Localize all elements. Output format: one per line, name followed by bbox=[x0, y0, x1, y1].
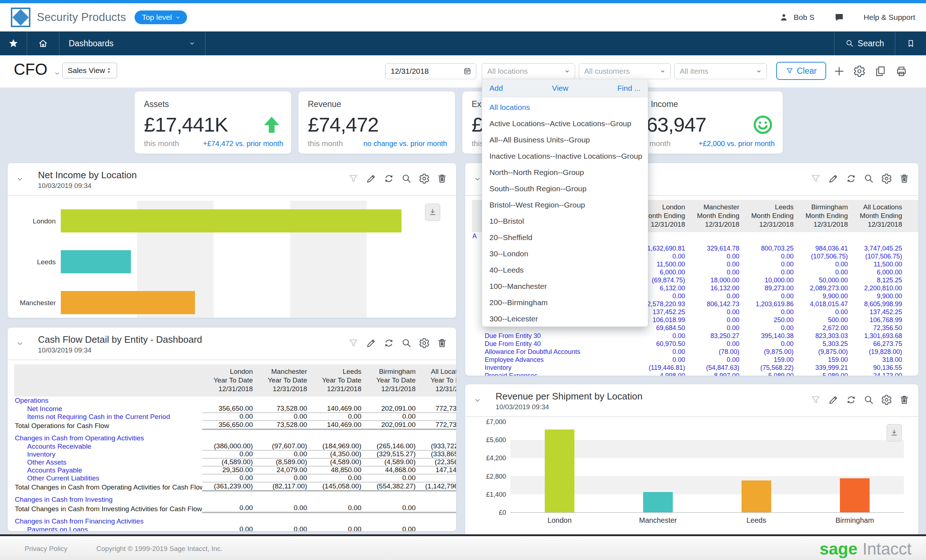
row-label[interactable]: Due From Entity 40 bbox=[472, 340, 634, 348]
row-label[interactable]: Allowance For Doubtful Accounts bbox=[472, 348, 634, 356]
collapse-chevron-icon[interactable] bbox=[473, 396, 482, 405]
refresh-icon[interactable] bbox=[845, 172, 857, 185]
location-option[interactable]: 300--Leicester bbox=[482, 311, 648, 327]
print-dashboard-button[interactable] bbox=[894, 64, 909, 78]
location-option[interactable]: Active Locations--Active Locations--Grou… bbox=[482, 115, 648, 131]
row-label[interactable]: Changes in Cash from Financing Activitie… bbox=[14, 517, 202, 525]
clear-filters-button[interactable]: Clear bbox=[776, 62, 826, 80]
kpi-tile-revenue[interactable]: Revenue £74,472 this month no change vs.… bbox=[298, 92, 455, 154]
cell-value[interactable]: 3,747,045.25 bbox=[852, 245, 906, 252]
dashboard-title-caret-icon[interactable] bbox=[53, 70, 61, 77]
add-widget-button[interactable] bbox=[832, 64, 846, 78]
location-option[interactable]: Bristol--West Region--Group bbox=[482, 197, 648, 213]
cell-value[interactable]: 318.00 bbox=[852, 356, 906, 364]
refresh-icon[interactable] bbox=[383, 172, 395, 185]
row-label[interactable]: Prepaid Expenses bbox=[472, 372, 634, 376]
collapse-chevron-icon[interactable] bbox=[473, 175, 482, 183]
delete-icon[interactable] bbox=[436, 337, 448, 349]
location-option[interactable]: All--All Business Units--Group bbox=[482, 131, 648, 148]
nav-menu-dashboards[interactable]: Dashboards bbox=[59, 32, 206, 55]
row-label[interactable]: Changes in Cash from Operating Activitie… bbox=[14, 434, 202, 442]
user-name[interactable]: Bob S bbox=[794, 13, 814, 22]
row-label[interactable]: Changes in Cash from Investing bbox=[14, 496, 202, 504]
edit-icon[interactable] bbox=[827, 394, 840, 406]
filter-icon[interactable] bbox=[347, 337, 360, 349]
top-level-entity-button[interactable]: Top level bbox=[135, 11, 187, 24]
cell-value[interactable]: (9,875.00) bbox=[797, 348, 852, 356]
cell-value[interactable]: 8,997.00 bbox=[689, 372, 743, 376]
row-label[interactable]: Due From Entity 30 bbox=[472, 332, 634, 340]
cell-value[interactable]: 60,970.50 bbox=[634, 340, 689, 348]
cell-value[interactable]: 329,614.78 bbox=[689, 245, 743, 252]
kpi-tile-net-income[interactable]: Net Income £63,947 this month +£2,000 vs… bbox=[626, 92, 783, 154]
cell-value[interactable]: 395,140.38 bbox=[743, 332, 797, 340]
cell-value[interactable]: 5,303.25 bbox=[797, 340, 852, 348]
cell-value[interactable]: 50,000.00 bbox=[797, 276, 852, 284]
cell-value[interactable]: 11,500.00 bbox=[852, 261, 906, 268]
cell-value[interactable]: 0.00 bbox=[743, 340, 797, 348]
bar-manchester[interactable] bbox=[643, 492, 673, 512]
cell-value[interactable]: 0.00 bbox=[797, 269, 852, 276]
cell-value[interactable]: 0.00 bbox=[689, 316, 743, 324]
cell-value[interactable]: (78.00) bbox=[689, 348, 743, 356]
cell-value[interactable]: (107,506.75) bbox=[852, 253, 906, 260]
help-support-link[interactable]: Help & Support bbox=[864, 13, 915, 22]
download-chart-button[interactable] bbox=[887, 424, 902, 441]
cell-value[interactable]: 0.00 bbox=[743, 253, 797, 260]
cell-value[interactable]: 106,768.99 bbox=[852, 316, 906, 324]
cell-value[interactable]: 89,273.00 bbox=[743, 285, 797, 292]
cell-value[interactable]: (54,847.63) bbox=[689, 364, 743, 372]
edit-icon[interactable] bbox=[365, 337, 377, 349]
location-option[interactable]: 20--Sheffield bbox=[482, 229, 648, 246]
home-button[interactable] bbox=[27, 32, 59, 55]
collapse-chevron-icon[interactable] bbox=[15, 339, 24, 348]
cell-value[interactable]: 5,089.00 bbox=[743, 372, 797, 376]
cell-value[interactable]: 18,000.00 bbox=[689, 276, 743, 284]
cell-value[interactable]: 339,999.21 bbox=[797, 364, 852, 372]
bar-london[interactable] bbox=[545, 430, 574, 512]
cell-value[interactable]: 1,203,619.86 bbox=[743, 300, 797, 308]
cell-value[interactable]: 0.00 bbox=[689, 340, 743, 348]
cell-value[interactable]: 4,998.00 bbox=[634, 372, 689, 376]
cell-value[interactable]: 16,132.00 bbox=[689, 285, 743, 292]
refresh-icon[interactable] bbox=[383, 337, 395, 349]
locations-filter-select[interactable]: All locations bbox=[482, 63, 575, 79]
settings-icon[interactable] bbox=[418, 172, 430, 185]
bar-leeds[interactable] bbox=[741, 480, 771, 512]
row-label[interactable]: Operations bbox=[14, 397, 202, 405]
cell-value[interactable]: 0.00 bbox=[743, 293, 797, 300]
cell-value[interactable]: 984,036.41 bbox=[797, 245, 852, 252]
cell-value[interactable]: 159.00 bbox=[797, 356, 852, 364]
cell-value[interactable]: 0.00 bbox=[689, 253, 743, 260]
cell-value[interactable]: 0.00 bbox=[743, 269, 797, 276]
bar-manchester[interactable] bbox=[61, 291, 195, 314]
cell-value[interactable]: (119,446.81) bbox=[634, 364, 689, 372]
location-option[interactable]: 100--Manchester bbox=[482, 278, 648, 294]
row-label[interactable]: Inventory bbox=[14, 450, 202, 459]
row-label[interactable]: Other Current Liabilities bbox=[14, 474, 202, 482]
cell-value[interactable]: 500.00 bbox=[797, 316, 852, 324]
row-label[interactable]: Other Assets bbox=[14, 459, 202, 466]
cell-value[interactable]: 4,018,015.47 bbox=[797, 300, 852, 308]
cell-value[interactable]: (9,875.00) bbox=[743, 348, 797, 356]
cell-value[interactable]: 8,125.25 bbox=[852, 276, 906, 284]
location-option[interactable]: 40--Leeds bbox=[482, 262, 648, 278]
filter-icon[interactable] bbox=[809, 394, 822, 406]
kpi-tile-assets[interactable]: Assets £17,441K this month +£74,472 vs. … bbox=[135, 92, 291, 154]
location-option[interactable]: All locations bbox=[482, 99, 648, 115]
cell-value[interactable]: (75,568.22) bbox=[743, 364, 797, 372]
cell-value[interactable]: 72,356.50 bbox=[852, 324, 906, 332]
customers-filter-select[interactable]: All customers bbox=[579, 63, 670, 79]
row-label[interactable]: Inventory bbox=[472, 364, 634, 372]
cell-value[interactable]: 9,900.00 bbox=[797, 293, 852, 300]
download-chart-button[interactable] bbox=[425, 204, 440, 221]
chat-icon[interactable] bbox=[834, 12, 844, 23]
settings-icon[interactable] bbox=[881, 394, 893, 406]
cell-value[interactable]: 800,703.25 bbox=[743, 245, 797, 252]
delete-icon[interactable] bbox=[436, 172, 448, 185]
cell-value[interactable]: 250.00 bbox=[743, 316, 797, 324]
filter-icon[interactable] bbox=[347, 172, 360, 185]
kpi-change-link[interactable]: +£74,472 vs. prior month bbox=[203, 140, 283, 148]
row-label[interactable]: Payments on Loans bbox=[14, 526, 202, 531]
view-select[interactable]: Sales View bbox=[62, 63, 117, 78]
